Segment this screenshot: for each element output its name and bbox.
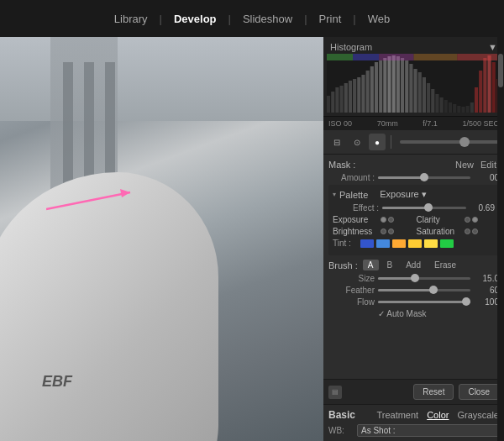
fold-panel-icon[interactable]: ▤ bbox=[328, 386, 342, 399]
svg-rect-36 bbox=[470, 102, 474, 113]
effect-slider[interactable] bbox=[382, 207, 466, 209]
auto-mask-checkbox[interactable]: ✓ Auto Mask bbox=[378, 309, 426, 318]
tint-swatch-yellow2[interactable] bbox=[424, 239, 438, 248]
nav-develop[interactable]: Develop bbox=[162, 0, 228, 37]
brightness-dots bbox=[381, 228, 394, 234]
treatment-label: Treatment bbox=[376, 410, 418, 420]
nav-library[interactable]: Library bbox=[102, 0, 160, 37]
camera-aperture: f/7.1 bbox=[423, 119, 438, 128]
brush-a-option[interactable]: A bbox=[363, 260, 379, 270]
svg-rect-13 bbox=[370, 66, 374, 113]
camera-iso: ISO 00 bbox=[328, 119, 352, 128]
amount-label: Amount : bbox=[328, 173, 375, 182]
tint-swatch-green[interactable] bbox=[440, 239, 454, 248]
size-value: 15.0 bbox=[474, 274, 499, 283]
tint-row: Tint : bbox=[333, 239, 495, 248]
nav-web[interactable]: Web bbox=[356, 0, 402, 37]
tint-swatch-orange[interactable] bbox=[392, 239, 406, 248]
basic-section: Basic Treatment Color Grayscale WB: As S… bbox=[323, 404, 504, 441]
brush-section: Brush : A B Add Erase Size 15.0 bbox=[328, 260, 499, 318]
exposure-subsection-title[interactable]: ▾ Palette Exposure ▾ bbox=[333, 189, 495, 200]
histogram-header: Histogram ▼ bbox=[327, 40, 501, 54]
right-scrollbar[interactable] bbox=[497, 37, 504, 441]
mask-edit-button[interactable]: Edit: bbox=[480, 160, 499, 170]
sat-dot-1 bbox=[465, 228, 470, 234]
camera-focal: 70mm bbox=[377, 119, 398, 128]
airplane-body: EBF bbox=[0, 122, 269, 441]
scrollbar-thumb[interactable] bbox=[498, 54, 503, 87]
airplane-logo: EBF bbox=[42, 373, 72, 391]
svg-rect-19 bbox=[396, 56, 400, 113]
exposure-collapse-icon: ▾ bbox=[333, 191, 336, 198]
bright-dot-2 bbox=[388, 228, 394, 234]
clar-dot-2 bbox=[472, 217, 478, 223]
flow-label: Flow bbox=[328, 297, 375, 307]
svg-rect-44 bbox=[353, 54, 379, 60]
top-navigation: Library | Develop | Slideshow | Print | … bbox=[0, 0, 504, 37]
spot-tool-icon[interactable]: ⊙ bbox=[349, 134, 365, 150]
svg-rect-31 bbox=[449, 102, 452, 113]
brightness-item: Brightness bbox=[333, 227, 412, 236]
mask-actions: New Edit: bbox=[455, 160, 499, 170]
svg-rect-47 bbox=[457, 54, 501, 60]
close-button[interactable]: Close bbox=[459, 384, 499, 400]
palette-label: Palette bbox=[339, 190, 368, 200]
tool-opacity-slider[interactable] bbox=[400, 140, 499, 144]
brightness-label: Brightness bbox=[333, 227, 379, 236]
nav-slideshow[interactable]: Slideshow bbox=[231, 0, 304, 37]
feather-slider[interactable] bbox=[378, 289, 470, 291]
photo-background: EBF bbox=[0, 37, 323, 441]
exposure-subsection: ▾ Palette Exposure ▾ Effect : 0.69 bbox=[328, 185, 499, 255]
mask-new-button[interactable]: New bbox=[455, 160, 474, 170]
size-slider[interactable] bbox=[378, 277, 470, 280]
brush-erase-option[interactable]: Erase bbox=[429, 260, 461, 270]
reset-button[interactable]: Reset bbox=[413, 384, 454, 400]
wb-select[interactable]: As Shot : bbox=[357, 424, 499, 437]
tint-swatch-blue1[interactable] bbox=[360, 239, 374, 248]
wb-value: As Shot : bbox=[361, 426, 396, 435]
wb-row: WB: As Shot : bbox=[328, 424, 499, 437]
svg-rect-26 bbox=[427, 83, 430, 113]
brush-b-option[interactable]: B bbox=[382, 260, 398, 270]
exp-dot-2 bbox=[388, 217, 394, 223]
histogram-chart bbox=[327, 54, 501, 113]
histogram-arrow-icon[interactable]: ▼ bbox=[488, 42, 497, 52]
svg-rect-40 bbox=[487, 55, 491, 113]
svg-rect-46 bbox=[414, 54, 458, 60]
svg-rect-34 bbox=[461, 107, 465, 113]
tint-swatch-yellow1[interactable] bbox=[408, 239, 422, 248]
svg-rect-37 bbox=[475, 87, 478, 113]
color-tab[interactable]: Color bbox=[427, 410, 449, 420]
saturation-item: Saturation bbox=[417, 227, 496, 236]
flow-slider[interactable] bbox=[378, 301, 470, 303]
svg-rect-18 bbox=[392, 55, 396, 113]
svg-rect-11 bbox=[361, 75, 365, 113]
basic-header: Basic Treatment Color Grayscale bbox=[328, 409, 499, 421]
tool-opacity-thumb[interactable] bbox=[459, 137, 470, 147]
svg-rect-5 bbox=[335, 87, 339, 113]
svg-rect-39 bbox=[483, 58, 486, 113]
svg-rect-9 bbox=[353, 79, 356, 113]
brush-add-option[interactable]: Add bbox=[401, 260, 426, 270]
svg-rect-17 bbox=[387, 56, 391, 113]
brush-label: Brush : bbox=[328, 260, 358, 270]
amount-slider[interactable] bbox=[378, 176, 470, 179]
svg-rect-43 bbox=[327, 54, 353, 60]
mask-label: Mask : bbox=[328, 160, 355, 170]
panel-content[interactable]: Mask : New Edit: Amount : 00 ▾ Pa bbox=[323, 155, 504, 379]
tint-swatch-blue2[interactable] bbox=[376, 239, 390, 248]
svg-rect-4 bbox=[331, 92, 334, 113]
tool-bar: ⊟ ⊙ ● bbox=[323, 130, 504, 155]
crop-tool-icon[interactable]: ⊟ bbox=[328, 134, 345, 150]
adjustment-tool-icon[interactable]: ● bbox=[369, 134, 386, 150]
histogram-canvas bbox=[327, 54, 501, 113]
svg-rect-20 bbox=[401, 58, 404, 113]
brush-header: Brush : A B Add Erase bbox=[328, 260, 499, 270]
grayscale-tab[interactable]: Grayscale bbox=[457, 410, 499, 420]
clarity-dots bbox=[465, 217, 478, 223]
svg-rect-15 bbox=[379, 60, 382, 113]
svg-rect-16 bbox=[383, 58, 386, 113]
svg-rect-35 bbox=[466, 106, 470, 113]
nav-print[interactable]: Print bbox=[307, 0, 354, 37]
exposure-clarity-row: Exposure Clarity bbox=[333, 215, 495, 224]
